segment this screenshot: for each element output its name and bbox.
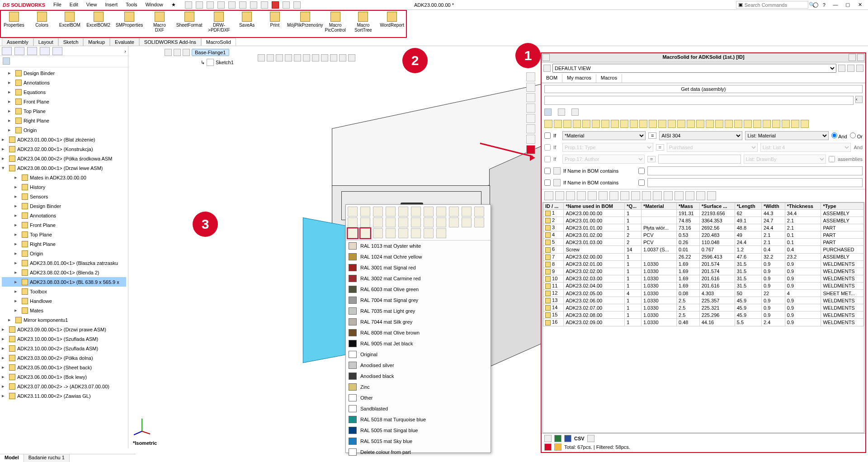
user-icon[interactable]: ◯: [813, 2, 818, 8]
ms-action-11[interactable]: [664, 191, 673, 200]
tree-node[interactable]: ▸Top Plane: [2, 106, 126, 116]
hut-9[interactable]: [330, 54, 337, 61]
bom-col[interactable]: *Surface ...: [699, 203, 735, 210]
tree-tab-3[interactable]: [27, 47, 37, 55]
command-search[interactable]: ▣ 🔍: [736, 1, 808, 9]
ms-toggle-1[interactable]: [554, 120, 562, 128]
bom-col[interactable]: *Thickness: [785, 203, 821, 210]
default-view-select[interactable]: DEFAULT VIEW: [552, 64, 836, 73]
tree-tab-2[interactable]: [14, 47, 24, 55]
ms-copy-icon[interactable]: [856, 65, 863, 72]
tool-properties[interactable]: Properties: [3, 12, 25, 28]
ms-opt2-icon[interactable]: [857, 54, 864, 61]
table-row[interactable]: 12ADK23.02.05.0041.03300.084.30350224SHE…: [543, 290, 864, 297]
ctx-tool-24[interactable]: [373, 228, 383, 238]
tree-node[interactable]: ▸Mates: [2, 306, 126, 315]
cmdtab-markup[interactable]: Markup: [83, 38, 110, 46]
tree-tab-5[interactable]: [52, 47, 62, 55]
table-row[interactable]: 13ADK23.02.06.0011.03302.5225.35745.90.9…: [543, 297, 864, 304]
menu-window[interactable]: Window: [146, 2, 163, 8]
tree-node[interactable]: ▸Design Binder: [2, 68, 126, 78]
table-row[interactable]: 4ADK23.01.02.002PCV0.53220.483492.10.1PA…: [543, 231, 864, 239]
table-row[interactable]: 6Screw141.0037 (S...0.010.7671.20.40.4PU…: [543, 246, 864, 253]
name-check-1[interactable]: [544, 168, 551, 174]
ms-toggle-6[interactable]: [601, 120, 609, 128]
tp-forum-icon[interactable]: [526, 135, 535, 144]
cmdtab-sketch[interactable]: Sketch: [58, 38, 84, 46]
ctx-tool-0[interactable]: [348, 207, 358, 217]
ms-toggle-7[interactable]: [611, 120, 619, 128]
tree-node[interactable]: ▸Annotations: [2, 78, 126, 87]
menu-insert[interactable]: Insert: [105, 2, 118, 8]
hut-1[interactable]: [258, 54, 265, 61]
ms-toggle-25[interactable]: [782, 120, 790, 128]
ctx-tool-15[interactable]: [398, 217, 408, 227]
val-input-3[interactable]: [658, 155, 741, 164]
tree-collapse-icon[interactable]: ›: [124, 48, 126, 54]
ms-toggle-19[interactable]: [725, 120, 733, 128]
bc-feature[interactable]: Base-Flange1: [192, 49, 229, 56]
tool-sheetformat[interactable]: SheetFormat: [176, 12, 203, 28]
ms-action-12[interactable]: [675, 191, 684, 200]
tool-excelbom2[interactable]: ExcelBOM2: [86, 12, 110, 28]
filter-icon[interactable]: [3, 57, 10, 65]
tree-node[interactable]: ▸Right Plane: [2, 116, 126, 125]
tree-node[interactable]: ▸Sensors: [2, 192, 126, 201]
bottom-tab-model[interactable]: Model: [0, 454, 24, 462]
color-item[interactable]: RAL 5018 mat Turquoise blue: [346, 414, 491, 425]
ctx-tool-17[interactable]: [424, 217, 434, 227]
gear-icon[interactable]: [544, 435, 552, 442]
ms-action-15[interactable]: [707, 191, 716, 200]
tp-custom-icon[interactable]: [526, 124, 535, 133]
list-select-3[interactable]: List: DrawnBy: [744, 155, 826, 164]
color-item[interactable]: RAL 1013 mat Oyster white: [346, 240, 491, 251]
ms-toggle-22[interactable]: [753, 120, 761, 128]
table-row[interactable]: 1ADK23.00.00.001191.3122193.6566244.334.…: [543, 210, 864, 217]
cmdtab-assembly[interactable]: Assembly: [2, 38, 33, 46]
bc-part-icon[interactable]: [174, 49, 181, 56]
color-item[interactable]: RAL 5005 mat Singal blue: [346, 425, 491, 436]
ctx-tool-14[interactable]: [386, 217, 396, 227]
ms-action-3[interactable]: [577, 191, 586, 200]
name-check-2b[interactable]: [638, 179, 645, 186]
list-select-1[interactable]: List: Material: [745, 131, 828, 140]
ms-action-7[interactable]: [620, 191, 629, 200]
color-item[interactable]: RAL 1024 mat Ochre yellow: [346, 251, 491, 262]
tree-node[interactable]: ▸Right Plane: [2, 239, 126, 249]
ctx-tool-21[interactable]: [474, 217, 484, 227]
list-select-2[interactable]: List: List 4: [760, 143, 851, 152]
ms-refresh-icon[interactable]: [838, 65, 845, 72]
tree-node[interactable]: ▸ADK23.11.00.00<2> (Zawias GL): [2, 391, 126, 401]
ctx-tool-4[interactable]: [398, 207, 408, 217]
help-icon[interactable]: ?: [823, 2, 826, 8]
color-item[interactable]: RAL 3001 mat Signal red: [346, 262, 491, 273]
cmdtab-layout[interactable]: Layout: [33, 38, 58, 46]
val-select-2[interactable]: Purchased: [667, 143, 758, 152]
op-2[interactable]: =: [656, 144, 664, 151]
table-row[interactable]: 16ADK23.02.09.0011.03300.4844.165.52.40.…: [543, 319, 864, 326]
ctx-tool-9[interactable]: [462, 207, 472, 217]
table-row[interactable]: 15ADK23.02.08.0011.03302.5225.29645.90.9…: [543, 311, 864, 319]
save-icon[interactable]: [217, 1, 225, 9]
table-row[interactable]: 11ADK23.02.04.0011.03301.69201.61631.50.…: [543, 282, 864, 289]
tree-node[interactable]: ▸Handlowe: [2, 296, 126, 306]
color-item[interactable]: RAL 7004 mat Signal grey: [346, 295, 491, 306]
ms-action-10[interactable]: [653, 191, 662, 200]
tool-smproperties[interactable]: SMProperties: [116, 12, 143, 28]
search-input[interactable]: [745, 2, 807, 8]
hut-8[interactable]: [321, 54, 328, 61]
name-check-2[interactable]: [544, 179, 551, 186]
tree-tab-4[interactable]: [40, 47, 50, 55]
ctx-tool-27[interactable]: [411, 228, 421, 238]
menu-edit[interactable]: Edit: [70, 2, 78, 8]
bc-asm-icon[interactable]: [165, 49, 172, 56]
prop-select-1[interactable]: *Material: [562, 131, 646, 140]
ctx-tool-25[interactable]: [386, 228, 396, 238]
cube-icon[interactable]: [554, 443, 561, 451]
options-icon[interactable]: [283, 1, 290, 9]
tool-colors[interactable]: Colors: [31, 12, 53, 28]
color-item[interactable]: Other: [346, 392, 491, 403]
ctx-tool-29[interactable]: [436, 228, 446, 238]
ms-toggle-2[interactable]: [563, 120, 571, 128]
tree-node[interactable]: ▸ADK23.10.00.00<2> (Szuflada ASM): [2, 344, 126, 353]
